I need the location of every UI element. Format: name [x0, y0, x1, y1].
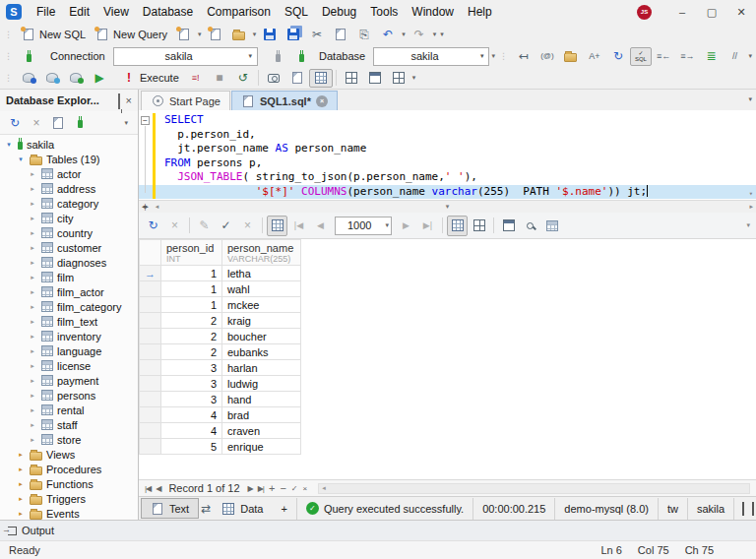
results-overflow-icon[interactable]: ▾ — [746, 221, 750, 229]
new-query-button[interactable]: New Query — [91, 26, 172, 44]
paste-button[interactable]: ⎘ — [352, 26, 376, 44]
expand-chevron-icon[interactable]: ▸ — [28, 318, 37, 326]
database-dropdown-icon[interactable]: ▾ — [475, 52, 489, 60]
expand-chevron-icon[interactable]: ▾ — [16, 155, 26, 163]
toolbar-grip[interactable]: ⋮ — [499, 51, 508, 61]
splitter-collapse-icon[interactable]: ▾ — [446, 203, 450, 211]
add-result-tab-button[interactable]: + — [272, 498, 295, 519]
row-selector[interactable] — [140, 313, 161, 329]
run-button[interactable]: ▶ — [88, 69, 111, 88]
toolbar-grip[interactable]: ⋮ — [4, 73, 13, 83]
menu-database[interactable]: Database — [136, 1, 200, 23]
tree-table-city[interactable]: ▸city — [0, 211, 138, 225]
save-button[interactable] — [258, 26, 282, 44]
expand-chevron-icon[interactable]: ▸ — [28, 347, 37, 355]
tabstrip-dropdown-icon[interactable]: ▾ — [748, 95, 752, 103]
tree-folder-events[interactable]: ▸Events — [0, 506, 138, 520]
tree-folder-procedures[interactable]: ▸Procedures — [0, 462, 138, 476]
cell-person-id[interactable]: 5 — [161, 439, 222, 455]
menu-sql[interactable]: SQL — [278, 1, 315, 23]
expand-chevron-icon[interactable]: ▸ — [28, 362, 37, 370]
tree-folder-functions[interactable]: ▸Functions — [0, 476, 138, 491]
record-post-icon[interactable]: ✓ — [291, 484, 298, 493]
column-header-person-name[interactable]: person_name VARCHAR(255) — [222, 240, 301, 266]
row-selector[interactable] — [140, 344, 161, 360]
editor-splitter[interactable]: ◂|▸ ◂ ▾ ▸ — [139, 200, 756, 213]
tab-start-page[interactable]: Start Page — [141, 91, 230, 110]
stop-button[interactable]: ■ — [208, 69, 231, 88]
undo-dropdown-icon[interactable]: ▾ — [400, 31, 408, 38]
edit-record-icon[interactable]: ✎ — [194, 216, 215, 236]
menu-help[interactable]: Help — [461, 1, 499, 23]
user-avatar[interactable]: JS — [637, 5, 652, 20]
expand-chevron-icon[interactable]: ▸ — [28, 259, 37, 267]
grid-horizontal-scrollbar[interactable]: ◂ — [318, 483, 750, 494]
expand-chevron-icon[interactable]: ▸ — [28, 215, 37, 222]
table-row[interactable]: 3harlan — [140, 360, 301, 376]
history-button[interactable]: ↺ — [231, 69, 255, 88]
apply-changes-icon[interactable]: ✓ — [216, 216, 236, 236]
table-row[interactable]: 4brad — [140, 407, 301, 423]
tree-folder-triggers[interactable]: ▸Triggers — [0, 491, 138, 506]
cell-person-name[interactable]: boucher — [222, 329, 301, 344]
expand-chevron-icon[interactable]: ▸ — [16, 451, 26, 459]
export-plan-button[interactable] — [285, 69, 309, 88]
code-line[interactable]: FROM persons p, — [139, 156, 756, 171]
open-file-button[interactable] — [227, 26, 251, 44]
cell-person-id[interactable]: 2 — [161, 344, 222, 360]
swap-panels-icon[interactable]: ⇄ — [199, 501, 213, 517]
tree-table-film[interactable]: ▸film — [0, 270, 138, 284]
paging-mode-icon[interactable] — [267, 216, 287, 236]
row-selector[interactable] — [140, 392, 161, 407]
comment-button[interactable]: // — [723, 47, 746, 66]
db-refresh-button[interactable] — [40, 69, 64, 88]
tab-data[interactable]: Data — [213, 498, 272, 519]
layout-grid-button[interactable] — [340, 69, 363, 88]
explorer-close-icon[interactable]: × — [126, 94, 132, 106]
tree-table-film_category[interactable]: ▸film_category — [0, 299, 138, 314]
table-row[interactable]: 2boucher — [140, 329, 301, 344]
expand-chevron-icon[interactable]: ▸ — [28, 185, 37, 193]
table-row[interactable]: 4craven — [140, 423, 301, 439]
code-line[interactable]: p.person_id, — [139, 128, 756, 143]
output-tab[interactable]: Output — [22, 525, 54, 536]
first-page-icon[interactable]: |◀ — [288, 216, 309, 236]
cell-person-id[interactable]: 3 — [161, 360, 222, 376]
tree-table-category[interactable]: ▸category — [0, 196, 138, 211]
expand-chevron-icon[interactable]: ▾ — [4, 141, 14, 149]
record-prev-icon[interactable]: ◀ — [156, 484, 160, 493]
page-size-dropdown-icon[interactable]: ▾ — [383, 221, 391, 229]
expand-chevron-icon[interactable]: ▸ — [28, 421, 37, 429]
execute-script-button[interactable]: ≡! — [184, 69, 208, 88]
validate-sql-button[interactable]: ✓SQL — [630, 47, 652, 66]
pin-icon[interactable] — [118, 94, 120, 106]
db-commit-button[interactable] — [64, 69, 88, 88]
row-selector[interactable] — [140, 297, 161, 313]
tree-table-inventory[interactable]: ▸inventory — [0, 329, 138, 343]
maximize-button[interactable]: ▢ — [697, 1, 726, 23]
parameters-button[interactable]: (@) — [536, 47, 559, 66]
copy-button[interactable] — [329, 26, 352, 44]
menu-tools[interactable]: Tools — [363, 1, 405, 23]
cell-person-name[interactable]: mckee — [222, 297, 301, 313]
preview-button[interactable] — [363, 69, 387, 88]
expand-chevron-icon[interactable]: ▸ — [28, 200, 37, 208]
table-row[interactable]: 1mckee — [140, 297, 301, 313]
explorer-delete-icon[interactable]: × — [30, 115, 43, 131]
pin-results-button[interactable] — [309, 69, 333, 88]
menu-view[interactable]: View — [96, 1, 136, 23]
menu-edit[interactable]: Edit — [62, 1, 96, 23]
tree-table-customer[interactable]: ▸customer — [0, 240, 138, 255]
tab-close-icon[interactable]: × — [316, 95, 328, 107]
expand-chevron-icon[interactable]: ▸ — [16, 495, 26, 503]
minimize-button[interactable]: – — [667, 1, 697, 23]
tree-table-address[interactable]: ▸address — [0, 181, 138, 196]
hscroll-right-icon[interactable]: ▸ — [749, 203, 753, 211]
record-cancel-icon[interactable]: × — [303, 484, 308, 493]
refresh-code-button[interactable]: ↻ — [606, 47, 630, 66]
increase-indent-button[interactable]: ≡→ — [675, 47, 699, 66]
cancel-changes-icon[interactable]: × — [237, 216, 258, 236]
save-all-button[interactable] — [282, 26, 305, 44]
scroll-left-icon[interactable]: ◂ — [319, 484, 329, 492]
record-insert-icon[interactable]: + — [269, 482, 275, 494]
